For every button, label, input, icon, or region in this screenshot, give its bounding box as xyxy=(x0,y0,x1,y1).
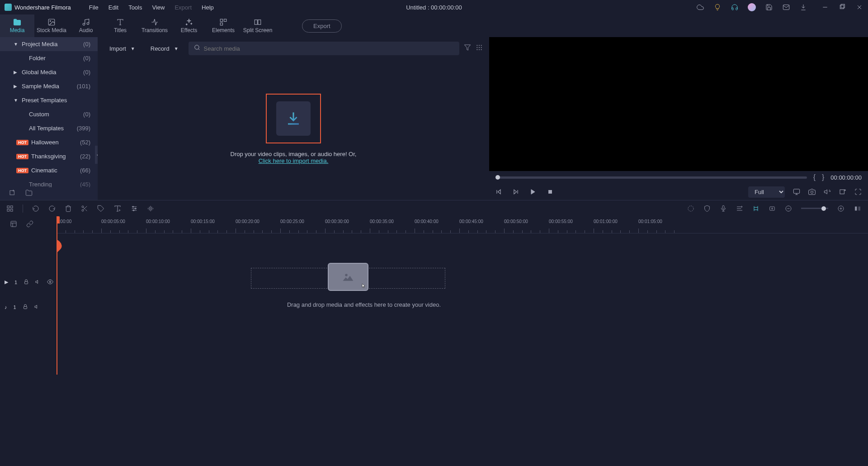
visibility-icon[interactable] xyxy=(47,279,53,286)
sidebar-item-global-media[interactable]: ▶ Global Media (0) xyxy=(0,65,98,79)
mute-icon[interactable] xyxy=(34,304,40,310)
sidebar-item-folder[interactable]: Folder (0) xyxy=(0,51,98,65)
text-tool-icon[interactable] xyxy=(113,204,122,213)
lightbulb-icon[interactable] xyxy=(713,3,722,11)
marker-in-icon[interactable]: { xyxy=(813,173,816,181)
minimize-icon[interactable] xyxy=(821,3,829,11)
new-project-icon[interactable] xyxy=(9,189,16,198)
cut-button[interactable] xyxy=(81,205,88,212)
mic-icon[interactable] xyxy=(720,205,727,212)
sidebar-item-all-templates[interactable]: All Templates (399) xyxy=(0,121,98,135)
mute-icon[interactable] xyxy=(35,279,41,285)
menu-help[interactable]: Help xyxy=(202,4,214,11)
marker-tool-icon[interactable] xyxy=(752,205,760,212)
tab-effects[interactable]: Effects xyxy=(172,14,206,37)
tab-audio[interactable]: Audio xyxy=(69,14,103,37)
display-icon[interactable] xyxy=(793,188,800,195)
timeline-drop-placeholder[interactable] xyxy=(328,263,368,291)
fullscreen-icon[interactable] xyxy=(854,188,862,195)
sidebar-item-thanksgiving[interactable]: HOT Thanksgiving (22) xyxy=(0,149,98,163)
tab-split-screen[interactable]: Split Screen xyxy=(241,14,275,37)
svg-point-20 xyxy=(479,47,479,48)
shield-icon[interactable] xyxy=(703,205,711,212)
hot-badge: HOT xyxy=(16,154,28,159)
menu-file[interactable]: File xyxy=(89,4,99,11)
close-icon[interactable] xyxy=(855,3,863,11)
tab-transitions[interactable]: Transitions xyxy=(137,14,172,37)
headset-icon[interactable] xyxy=(731,3,739,11)
import-dropdown[interactable]: Import ▼ xyxy=(104,43,141,55)
svg-rect-34 xyxy=(7,209,9,211)
lock-icon[interactable] xyxy=(24,279,29,285)
svg-point-24 xyxy=(481,49,481,50)
sidebar-item-halloween[interactable]: HOT Halloween (52) xyxy=(0,135,98,149)
filter-icon[interactable] xyxy=(464,44,471,53)
next-frame-button[interactable] xyxy=(513,189,519,195)
volume-icon[interactable] xyxy=(824,188,831,195)
tab-elements[interactable]: Elements xyxy=(206,14,241,37)
tag-icon[interactable] xyxy=(97,205,104,212)
mixer-icon[interactable] xyxy=(736,205,743,212)
zoom-out-button[interactable] xyxy=(785,205,792,212)
export-frame-icon[interactable] xyxy=(839,188,846,195)
sidebar-item-preset-templates[interactable]: ▼ Preset Templates xyxy=(0,93,98,107)
menu-edit[interactable]: Edit xyxy=(108,4,118,11)
tab-media[interactable]: Media xyxy=(0,14,34,37)
svg-point-16 xyxy=(477,45,477,46)
cloud-icon[interactable] xyxy=(696,3,704,11)
search-input[interactable] xyxy=(204,45,454,52)
timeline-ruler[interactable]: 0:00:0000:00:05:0000:00:10:0000:00:15:00… xyxy=(57,216,868,233)
svg-point-22 xyxy=(477,49,477,50)
save-icon[interactable] xyxy=(765,3,773,11)
delete-button[interactable] xyxy=(65,205,72,212)
sidebar-item-sample-media[interactable]: ▶ Sample Media (101) xyxy=(0,79,98,93)
audio-wave-icon[interactable] xyxy=(147,205,154,212)
playhead[interactable] xyxy=(57,216,57,375)
tab-titles[interactable]: Titles xyxy=(103,14,137,37)
sidebar-item-project-media[interactable]: ▼ Project Media (0) xyxy=(0,37,98,51)
grid-view-icon[interactable] xyxy=(476,44,483,53)
avatar[interactable] xyxy=(748,3,756,11)
media-drop-area[interactable]: Drop your video clips, images, or audio … xyxy=(104,62,483,195)
zoom-select[interactable]: Full xyxy=(748,186,785,198)
marker-out-icon[interactable]: } xyxy=(822,173,824,181)
export-button[interactable]: Export xyxy=(302,19,342,33)
record-dropdown[interactable]: Record ▼ xyxy=(145,43,184,55)
svg-point-61 xyxy=(772,208,773,209)
play-button[interactable] xyxy=(530,189,536,195)
chevron-down-icon: ▼ xyxy=(14,42,18,47)
lock-icon[interactable] xyxy=(23,304,28,310)
menu-export[interactable]: Export xyxy=(175,4,192,11)
prev-frame-button[interactable] xyxy=(495,189,502,195)
maximize-icon[interactable] xyxy=(838,3,846,11)
folder-icon xyxy=(13,18,21,26)
svg-rect-31 xyxy=(7,206,9,208)
snapshot-icon[interactable] xyxy=(808,188,816,195)
render-icon[interactable] xyxy=(687,205,694,212)
fit-icon[interactable] xyxy=(854,204,862,213)
undo-button[interactable] xyxy=(32,205,39,212)
track-manager-icon[interactable] xyxy=(10,220,17,229)
mail-icon[interactable] xyxy=(782,3,790,11)
scrubber[interactable] xyxy=(495,176,807,179)
sidebar-item-custom[interactable]: Custom (0) xyxy=(0,107,98,121)
link-icon[interactable] xyxy=(26,220,33,229)
sidebar-item-cinematic[interactable]: HOT Cinematic (66) xyxy=(0,163,98,177)
layout-icon[interactable] xyxy=(6,205,14,212)
menu-view[interactable]: View xyxy=(152,4,165,11)
redo-button[interactable] xyxy=(48,205,56,212)
import-link[interactable]: Click here to import media. xyxy=(259,157,329,164)
svg-rect-9 xyxy=(224,19,226,21)
download-icon[interactable] xyxy=(799,3,807,11)
menu-tools[interactable]: Tools xyxy=(128,4,142,11)
stop-button[interactable] xyxy=(547,189,553,195)
svg-rect-8 xyxy=(220,19,222,21)
adjust-icon[interactable] xyxy=(131,205,138,212)
tab-stock-media[interactable]: Stock Media xyxy=(34,14,69,37)
import-box[interactable] xyxy=(266,94,321,143)
crop-icon[interactable] xyxy=(769,205,776,212)
zoom-in-button[interactable] xyxy=(837,205,844,212)
new-folder-icon[interactable] xyxy=(25,189,33,198)
search-box[interactable] xyxy=(189,42,459,55)
zoom-slider[interactable] xyxy=(801,208,828,209)
